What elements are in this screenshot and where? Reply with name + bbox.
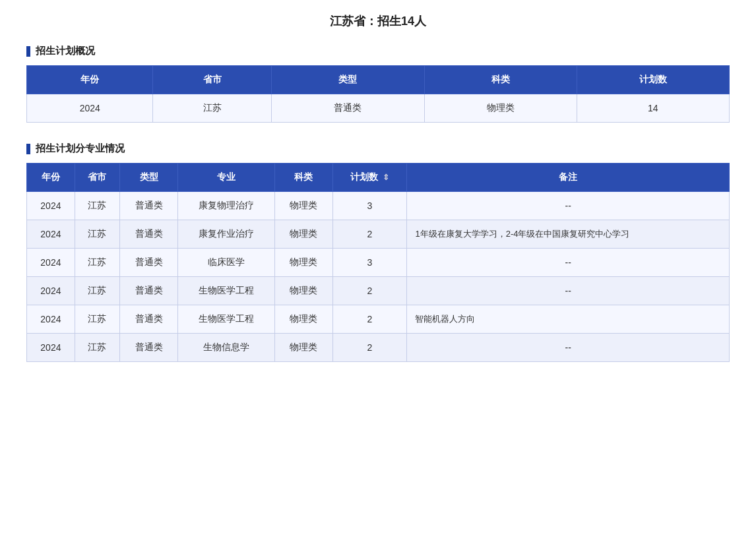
table-row: 2024江苏普通类物理类14 xyxy=(27,94,730,123)
section-detail: 招生计划分专业情况 年份 省市 类型 专业 科类 计划数 ⇕ 备注 2024江苏… xyxy=(26,142,730,362)
detail-header-category: 科类 xyxy=(274,164,332,192)
table-cell: 普通类 xyxy=(120,305,178,334)
table-cell: 普通类 xyxy=(120,249,178,277)
overview-header-year: 年份 xyxy=(27,66,153,94)
detail-header-count: 计划数 ⇕ xyxy=(332,164,407,192)
table-cell: 江苏 xyxy=(153,94,272,123)
table-cell: 普通类 xyxy=(120,277,178,305)
table-cell: 2 xyxy=(332,277,407,305)
table-cell: 14 xyxy=(577,94,729,123)
table-cell: 物理类 xyxy=(274,334,332,362)
table-cell: 临床医学 xyxy=(178,249,275,277)
table-cell: 江苏 xyxy=(75,334,119,362)
table-cell: 江苏 xyxy=(75,220,119,249)
table-cell: 康复物理治疗 xyxy=(178,192,275,220)
table-cell: 2 xyxy=(332,305,407,334)
table-cell: 物理类 xyxy=(274,277,332,305)
table-cell: 生物医学工程 xyxy=(178,277,275,305)
table-cell: 3 xyxy=(332,192,407,220)
detail-header-note: 备注 xyxy=(407,164,730,192)
table-row: 2024江苏普通类生物医学工程物理类2智能机器人方向 xyxy=(27,305,730,334)
table-cell: 2024 xyxy=(27,94,153,123)
table-cell: 江苏 xyxy=(75,305,119,334)
table-cell: 3 xyxy=(332,249,407,277)
page-title: 江苏省：招生14人 xyxy=(26,13,730,29)
table-cell: -- xyxy=(407,192,730,220)
table-cell: 2 xyxy=(332,220,407,249)
table-cell: 普通类 xyxy=(120,192,178,220)
section-overview: 招生计划概况 年份 省市 类型 科类 计划数 2024江苏普通类物理类14 xyxy=(26,45,730,123)
table-cell: 2024 xyxy=(27,220,75,249)
overview-header-category: 科类 xyxy=(424,66,577,94)
table-cell: 物理类 xyxy=(274,249,332,277)
overview-header-type: 类型 xyxy=(272,66,424,94)
table-cell: 2024 xyxy=(27,277,75,305)
detail-header-type: 类型 xyxy=(120,164,178,192)
table-cell: 江苏 xyxy=(75,277,119,305)
detail-header-province: 省市 xyxy=(75,164,119,192)
table-cell: 康复作业治疗 xyxy=(178,220,275,249)
section-overview-title: 招生计划概况 xyxy=(26,45,730,57)
table-row: 2024江苏普通类生物医学工程物理类2-- xyxy=(27,277,730,305)
table-cell: 1年级在康复大学学习，2-4年级在中国康复研究中心学习 xyxy=(407,220,730,249)
table-cell: 2024 xyxy=(27,249,75,277)
table-cell: -- xyxy=(407,249,730,277)
table-cell: 物理类 xyxy=(274,192,332,220)
sort-icon[interactable]: ⇕ xyxy=(383,173,389,182)
detail-header-year: 年份 xyxy=(27,164,75,192)
table-cell: 生物信息学 xyxy=(178,334,275,362)
table-cell: 普通类 xyxy=(120,220,178,249)
table-cell: -- xyxy=(407,334,730,362)
table-cell: 江苏 xyxy=(75,192,119,220)
table-cell: -- xyxy=(407,277,730,305)
overview-header-province: 省市 xyxy=(153,66,272,94)
detail-table: 年份 省市 类型 专业 科类 计划数 ⇕ 备注 2024江苏普通类康复物理治疗物… xyxy=(26,163,730,362)
table-cell: 2 xyxy=(332,334,407,362)
detail-header-major: 专业 xyxy=(178,164,275,192)
section-detail-title: 招生计划分专业情况 xyxy=(26,142,730,155)
table-row: 2024江苏普通类康复物理治疗物理类3-- xyxy=(27,192,730,220)
table-cell: 普通类 xyxy=(272,94,424,123)
table-row: 2024江苏普通类临床医学物理类3-- xyxy=(27,249,730,277)
table-cell: 生物医学工程 xyxy=(178,305,275,334)
overview-table: 年份 省市 类型 科类 计划数 2024江苏普通类物理类14 xyxy=(26,65,730,123)
table-cell: 2024 xyxy=(27,192,75,220)
table-cell: 普通类 xyxy=(120,334,178,362)
overview-header-count: 计划数 xyxy=(577,66,729,94)
table-cell: 智能机器人方向 xyxy=(407,305,730,334)
table-cell: 2024 xyxy=(27,334,75,362)
table-cell: 物理类 xyxy=(424,94,577,123)
table-row: 2024江苏普通类生物信息学物理类2-- xyxy=(27,334,730,362)
table-cell: 江苏 xyxy=(75,249,119,277)
table-row: 2024江苏普通类康复作业治疗物理类21年级在康复大学学习，2-4年级在中国康复… xyxy=(27,220,730,249)
table-cell: 物理类 xyxy=(274,220,332,249)
table-cell: 2024 xyxy=(27,305,75,334)
table-cell: 物理类 xyxy=(274,305,332,334)
